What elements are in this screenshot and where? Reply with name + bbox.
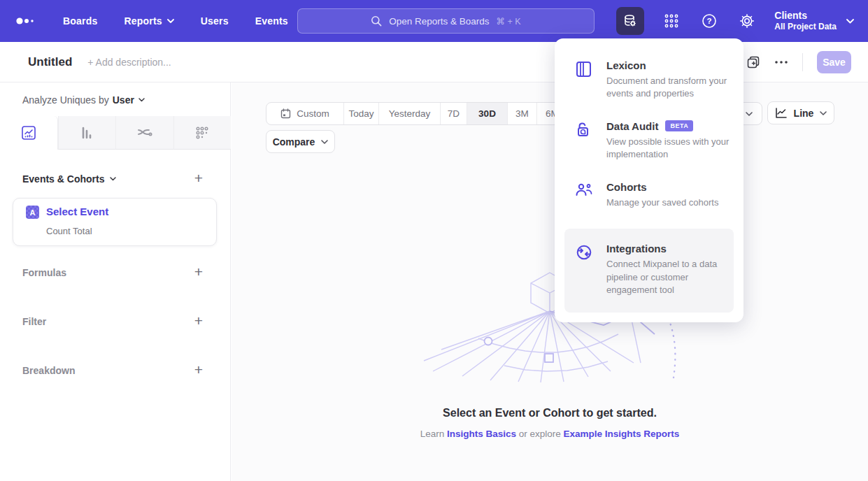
analyze-by-selector[interactable]: User — [113, 94, 145, 106]
add-formula-button[interactable]: + — [191, 264, 206, 280]
add-filter-button[interactable]: + — [191, 313, 206, 329]
report-description-placeholder[interactable]: + Add description... — [87, 57, 171, 68]
nav-item-label: Events — [255, 15, 288, 27]
chart-type-label: Line — [794, 108, 814, 119]
range-today[interactable]: Today — [343, 103, 378, 124]
calendar-icon — [280, 108, 291, 119]
nav-item-label: Users — [201, 15, 229, 27]
insights-basics-link[interactable]: Insights Basics — [447, 429, 516, 439]
apps-grid-button[interactable] — [661, 10, 682, 31]
chevron-down-icon — [746, 112, 753, 116]
help-icon: ? — [701, 13, 718, 29]
gear-icon — [739, 13, 755, 29]
add-event-button[interactable]: + — [191, 171, 206, 186]
svg-text:?: ? — [707, 17, 712, 25]
top-navbar: Boards Reports Users Events Open Reports… — [0, 0, 868, 42]
project-switcher[interactable]: Clients All Project Data — [774, 9, 854, 33]
compare-button[interactable]: Compare — [266, 130, 335, 153]
beta-badge: BETA — [665, 120, 693, 131]
menu-item-lexicon[interactable]: Lexicon Document and transform your even… — [555, 59, 744, 101]
range-label: Custom — [297, 108, 329, 119]
range-7d[interactable]: 7D — [440, 103, 467, 124]
data-audit-icon — [576, 120, 592, 161]
nav-item-boards[interactable]: Boards — [63, 15, 97, 27]
nav-item-reports[interactable]: Reports — [124, 15, 173, 27]
lexicon-book-icon — [576, 59, 592, 101]
range-label: 30D — [478, 108, 496, 119]
range-label: 7D — [448, 108, 460, 119]
menu-item-data-audit[interactable]: Data Audit BETA View possible issues wit… — [555, 120, 744, 161]
chart-type-button[interactable]: Line — [767, 101, 834, 124]
settings-button[interactable] — [737, 10, 757, 31]
empty-state-title: Select an Event or Cohort to get started… — [232, 407, 868, 419]
report-title[interactable]: Untitled — [28, 55, 72, 69]
more-options-button[interactable] — [774, 60, 788, 64]
analyze-value: User — [113, 94, 134, 106]
tab-metrics[interactable] — [173, 116, 232, 150]
bar-chart-icon — [79, 125, 94, 141]
menu-item-description: Connect Mixpanel to a data pipeline or c… — [606, 258, 720, 296]
range-label: Today — [348, 108, 373, 119]
range-label: 3M — [515, 108, 529, 119]
search-shortcut: ⌘ + K — [497, 16, 521, 27]
duplicate-button[interactable] — [746, 55, 760, 69]
search-placeholder: Open Reports & Boards — [389, 16, 489, 27]
events-cohorts-header[interactable]: Events & Cohorts — [22, 173, 116, 185]
menu-item-cohorts[interactable]: Cohorts Manage your saved cohorts — [555, 181, 744, 209]
ellipsis-icon — [774, 60, 788, 64]
data-management-button[interactable] — [616, 7, 644, 35]
analyze-row: Analyze Uniques by User — [22, 94, 145, 106]
cohorts-people-icon — [576, 181, 592, 209]
chevron-down-icon — [846, 19, 854, 24]
menu-item-description: Manage your saved cohorts — [606, 196, 718, 209]
project-name: All Project Data — [774, 22, 837, 33]
metrics-grid-icon — [194, 125, 210, 141]
example-reports-link[interactable]: Example Insights Reports — [564, 429, 680, 439]
tab-insights-line[interactable] — [0, 116, 58, 150]
menu-item-description: Document and transform your events and p… — [606, 75, 730, 101]
tab-flow[interactable] — [115, 116, 173, 150]
duplicate-icon — [746, 55, 760, 69]
menu-item-highlight: Integrations Connect Mixpanel to a data … — [564, 229, 734, 312]
chevron-down-icon — [138, 98, 145, 102]
analyze-prefix: Analyze Uniques by — [22, 94, 109, 106]
chart-type-tabs — [0, 116, 231, 150]
range-custom[interactable]: Custom — [266, 103, 343, 124]
range-30d[interactable]: 30D — [467, 103, 507, 124]
menu-item-description: View possible issues with your implement… — [606, 136, 730, 161]
formulas-label: Formulas — [22, 267, 66, 278]
data-management-menu: Lexicon Document and transform your even… — [555, 38, 744, 322]
breakdown-label: Breakdown — [22, 365, 75, 376]
count-total-label[interactable]: Count Total — [46, 226, 92, 236]
primary-nav: Boards Reports Users Events — [63, 15, 288, 27]
mixpanel-logo[interactable] — [15, 17, 35, 25]
menu-item-integrations[interactable]: Integrations Connect Mixpanel to a data … — [564, 243, 734, 296]
flow-icon — [136, 125, 153, 141]
select-event-label[interactable]: Select Event — [46, 206, 108, 217]
event-badge: A — [26, 206, 39, 219]
header-divider — [802, 53, 803, 71]
chevron-down-icon — [321, 140, 328, 144]
query-builder-sidebar: Analyze Uniques by User — [0, 82, 231, 481]
tab-bar-chart[interactable] — [58, 116, 116, 150]
help-button[interactable]: ? — [699, 10, 720, 31]
search-icon — [371, 15, 382, 27]
insights-line-icon — [21, 125, 36, 141]
empty-state-subtitle: Learn Insights Basics or explore Example… — [232, 429, 868, 439]
range-3m[interactable]: 3M — [507, 103, 536, 124]
select-event-card[interactable]: A Select Event Count Total — [13, 198, 217, 246]
nav-item-events[interactable]: Events — [255, 15, 288, 27]
chevron-down-icon — [820, 111, 827, 115]
range-yesterday[interactable]: Yesterday — [378, 103, 440, 124]
nav-item-label: Boards — [63, 15, 97, 27]
database-gear-icon — [622, 13, 638, 29]
save-button[interactable]: Save — [817, 51, 851, 73]
global-search[interactable]: Open Reports & Boards ⌘ + K — [297, 8, 595, 34]
chevron-down-icon — [110, 177, 116, 181]
org-name: Clients — [774, 9, 837, 22]
chevron-down-icon — [167, 19, 174, 23]
add-breakdown-button[interactable]: + — [191, 362, 206, 378]
menu-item-title: Data Audit — [606, 120, 658, 132]
nav-item-users[interactable]: Users — [201, 15, 229, 27]
events-cohorts-label: Events & Cohorts — [22, 173, 104, 185]
